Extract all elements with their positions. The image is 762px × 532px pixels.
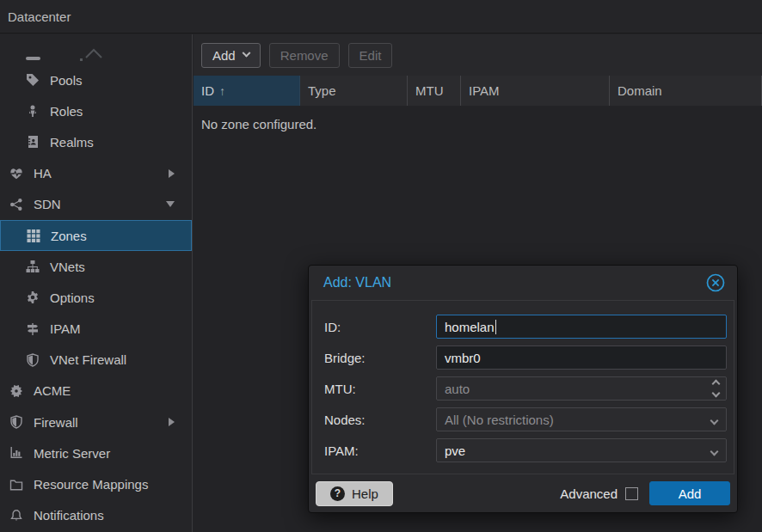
shield-icon bbox=[9, 415, 23, 430]
gear-icon bbox=[25, 290, 40, 305]
column-header-type[interactable]: Type bbox=[300, 76, 408, 106]
sidebar-item-metric-server[interactable]: Metric Server bbox=[0, 437, 192, 468]
collapse-arrow-icon[interactable] bbox=[166, 201, 175, 207]
add-vlan-dialog: Add: VLAN ID: homelan Bridge: vmbr0 MTU:… bbox=[308, 265, 738, 513]
sidebar-item-label: Metric Server bbox=[34, 446, 110, 461]
chevron-down-icon bbox=[710, 417, 719, 425]
sidebar-item-label: Roles bbox=[50, 104, 83, 119]
nodes-select[interactable]: All (No restrictions) bbox=[436, 407, 727, 431]
sitemap-icon bbox=[25, 260, 40, 274]
edit-button-label: Edit bbox=[359, 48, 382, 63]
sidebar-item-label: Zones bbox=[51, 229, 87, 243]
mtu-spinner[interactable]: auto bbox=[436, 376, 727, 401]
sidebar-item-notifications[interactable]: Notifications bbox=[0, 500, 192, 531]
sidebar-item-zones[interactable]: Zones bbox=[0, 220, 192, 251]
mtu-field-label: MTU: bbox=[324, 382, 436, 396]
id-input[interactable]: homelan bbox=[436, 315, 727, 339]
toolbar: Add Remove Edit bbox=[194, 34, 762, 76]
sidebar-item-pools[interactable]: Pools bbox=[0, 64, 192, 95]
submit-add-label: Add bbox=[679, 486, 702, 501]
column-header-id[interactable]: ID ↑ bbox=[194, 76, 300, 106]
column-header-domain[interactable]: Domain bbox=[610, 76, 762, 106]
bell-icon bbox=[9, 508, 23, 523]
text-cursor bbox=[495, 320, 496, 334]
sidebar-item-label: Pools bbox=[50, 73, 83, 88]
add-button-label: Add bbox=[212, 48, 236, 63]
dialog-footer: ? Help Advanced Add bbox=[309, 474, 737, 512]
seal-icon bbox=[9, 383, 23, 398]
sidebar-item-options[interactable]: Options bbox=[0, 282, 192, 313]
sidebar-item-label: VNets bbox=[50, 260, 85, 274]
id-field-label: ID: bbox=[324, 320, 436, 334]
expand-arrow-icon[interactable] bbox=[169, 418, 175, 426]
edit-button[interactable]: Edit bbox=[348, 43, 393, 68]
sidebar-item-ha[interactable]: HA bbox=[0, 158, 192, 189]
dialog-body: ID: homelan Bridge: vmbr0 MTU: auto Node… bbox=[311, 300, 734, 474]
expand-arrow-icon[interactable] bbox=[169, 169, 175, 178]
heartbeat-icon bbox=[9, 166, 23, 180]
sidebar-item-resource-mappings[interactable]: Resource Mappings bbox=[0, 468, 192, 499]
sidebar-item-realms[interactable]: Realms bbox=[0, 126, 192, 157]
tag-icon bbox=[25, 73, 40, 88]
chevron-down-icon bbox=[242, 48, 250, 57]
sidebar-item-acme[interactable]: ACME bbox=[0, 376, 192, 407]
submit-add-button[interactable]: Add bbox=[649, 481, 730, 505]
field-row-id: ID: homelan bbox=[324, 315, 727, 339]
text-fragment bbox=[80, 58, 83, 61]
sidebar-item-label: Resource Mappings bbox=[34, 477, 148, 492]
spinner-arrows-icon[interactable] bbox=[713, 381, 719, 396]
user-icon bbox=[25, 104, 40, 119]
sidebar-item-label: Realms bbox=[50, 135, 94, 150]
advanced-checkbox[interactable] bbox=[625, 487, 638, 500]
sidebar-item-label: ACME bbox=[34, 383, 71, 398]
sidebar-item-label: VNet Firewall bbox=[50, 352, 126, 367]
field-row-bridge: Bridge: vmbr0 bbox=[324, 345, 727, 370]
column-header-ipam[interactable]: IPAM bbox=[461, 76, 610, 106]
ipam-select[interactable]: pve bbox=[436, 438, 727, 462]
sidebar-item-label: IPAM bbox=[50, 321, 81, 336]
sidebar-item-roles[interactable]: Roles bbox=[0, 95, 192, 126]
sidebar-item-label: Firewall bbox=[34, 415, 78, 430]
share-nodes-icon bbox=[9, 197, 23, 211]
dialog-header[interactable]: Add: VLAN bbox=[309, 266, 737, 300]
column-header-mtu[interactable]: MTU bbox=[408, 76, 461, 106]
icon-fragment bbox=[26, 57, 40, 60]
sidebar-item-label: Options bbox=[50, 290, 95, 305]
field-row-mtu: MTU: auto bbox=[324, 376, 727, 401]
signpost-icon bbox=[25, 321, 40, 336]
field-row-ipam: IPAM: pve bbox=[324, 438, 727, 462]
sidebar-item-firewall[interactable]: Firewall bbox=[0, 407, 192, 437]
add-button[interactable]: Add bbox=[201, 43, 261, 68]
dialog-title: Add: VLAN bbox=[323, 275, 704, 290]
sort-asc-icon: ↑ bbox=[219, 84, 225, 98]
chevron-up-icon bbox=[83, 46, 104, 60]
grid-icon bbox=[26, 229, 40, 243]
help-button[interactable]: ? Help bbox=[316, 481, 393, 506]
question-icon: ? bbox=[330, 486, 345, 501]
bridge-field-label: Bridge: bbox=[324, 351, 436, 365]
chevron-down-icon bbox=[710, 448, 719, 456]
field-row-nodes: Nodes: All (No restrictions) bbox=[324, 407, 727, 431]
ipam-field-label: IPAM: bbox=[324, 443, 436, 458]
sidebar: Pools Roles Realms HA SDN Zones bbox=[0, 34, 193, 532]
table-header: ID ↑ Type MTU IPAM Domain bbox=[194, 76, 762, 106]
sidebar-item-vnet-firewall[interactable]: VNet Firewall bbox=[0, 345, 192, 376]
bar-chart-icon bbox=[9, 446, 23, 461]
sidebar-item-vnets[interactable]: VNets bbox=[0, 251, 192, 282]
close-icon[interactable] bbox=[704, 272, 727, 294]
sidebar-item-sdn[interactable]: SDN bbox=[0, 189, 192, 220]
help-button-label: Help bbox=[352, 486, 378, 501]
sidebar-item-label: HA bbox=[34, 166, 52, 180]
nodes-field-label: Nodes: bbox=[324, 413, 436, 427]
sidebar-item-label: Notifications bbox=[34, 508, 104, 523]
remove-button-label: Remove bbox=[280, 48, 329, 63]
advanced-label: Advanced bbox=[560, 486, 618, 501]
bridge-input[interactable]: vmbr0 bbox=[436, 345, 727, 370]
sidebar-item-label: SDN bbox=[34, 197, 61, 211]
window-header: Datacenter bbox=[0, 0, 762, 34]
partially-visible-item[interactable] bbox=[0, 34, 192, 64]
shield-icon bbox=[25, 352, 40, 367]
sidebar-item-ipam[interactable]: IPAM bbox=[0, 314, 192, 345]
remove-button[interactable]: Remove bbox=[269, 43, 340, 68]
address-book-icon bbox=[25, 135, 40, 150]
